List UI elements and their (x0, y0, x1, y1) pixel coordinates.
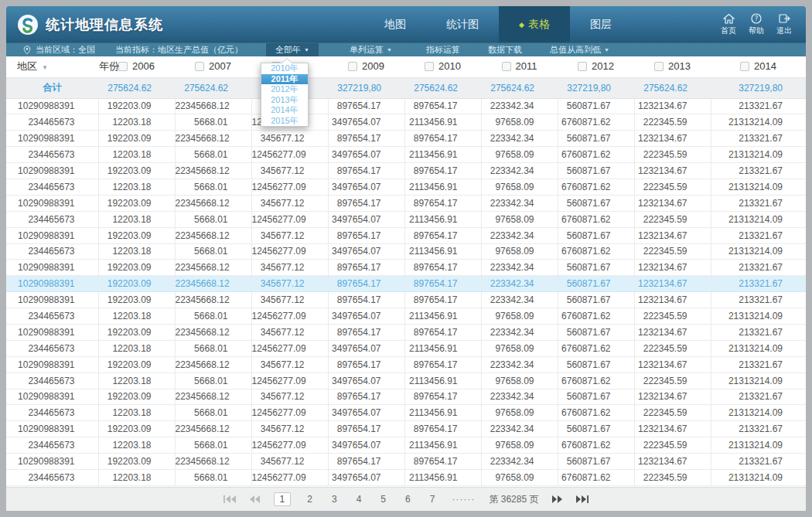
table-row[interactable]: 23446567312203.185668.0112456277.0934976… (6, 469, 806, 485)
year-checkbox-2011[interactable] (502, 62, 511, 71)
value-cell: 1232134.67 (634, 98, 711, 114)
nav-tab-图层[interactable]: 图层 (570, 6, 632, 43)
page-number-3[interactable]: 3 (329, 493, 340, 505)
year-option-2010年[interactable]: 2010年 (261, 63, 308, 74)
table-row[interactable]: 23446567312203.185668.0112456277.0934976… (6, 243, 806, 260)
table-row[interactable]: 23446567312203.185668.0112456277.0934976… (6, 437, 806, 454)
region-column-header[interactable]: 地区 ▾ (6, 56, 98, 77)
next-page-button[interactable] (552, 495, 562, 503)
brand: 统计地理信息系统 (17, 14, 163, 36)
quick-link-首页[interactable]: 首页 (721, 13, 736, 36)
value-cell: 897654.17 (328, 227, 404, 243)
current-indicator-label: 当前指标：地区生产总值（亿元） (115, 44, 243, 56)
year-option-2011年[interactable]: 2011年 (261, 74, 308, 85)
value-cell: 97658.09 (481, 405, 558, 421)
quick-link-退出[interactable]: 退出 (776, 13, 792, 36)
value-cell: 6760871.62 (558, 243, 634, 260)
year-column-header-2011: 2011 (481, 56, 558, 77)
year-option-2014年[interactable]: 2014年 (261, 105, 308, 116)
top-header: 统计地理信息系统 地图统计图◆表格图层 首页?帮助退出 (6, 6, 806, 43)
table-row[interactable]: 10290988391192203.0922345668.12345677.12… (6, 292, 806, 308)
total-value-cell: 275624.62 (98, 77, 175, 98)
table-row[interactable]: 23446567312203.185668.0112456277.0934976… (6, 405, 806, 421)
main-nav: 地图统计图◆表格图层 (364, 6, 632, 43)
table-row[interactable]: 23446567312203.185668.0112456277.0934976… (6, 372, 806, 389)
total-value-cell: 275624.62 (481, 77, 558, 98)
skip-to-first-icon (223, 495, 236, 503)
value-cell: 560871.67 (558, 260, 634, 276)
region-header-label: 地区 (17, 60, 37, 72)
page-number-4[interactable]: 4 (353, 493, 365, 505)
year-filter-button[interactable]: 全部年 ▼ 2010年2011年2012年2013年2014年2015年 (266, 43, 319, 56)
table-row-selected[interactable]: 10290988391192203.0922345668.12345677.12… (6, 276, 806, 292)
region-cell: 234465673 (6, 243, 98, 260)
region-cell: 10290988391 (6, 195, 98, 211)
year-checkbox-2014[interactable] (740, 62, 749, 71)
value-cell: 3497654.07 (328, 308, 404, 325)
value-cell: 12203.18 (98, 114, 175, 131)
page-number-1[interactable]: 1 (274, 492, 292, 506)
year-option-2015年[interactable]: 2015年 (261, 116, 308, 127)
table-row[interactable]: 10290988391192203.0922345668.12345677.12… (6, 324, 806, 340)
quick-link-帮助[interactable]: ?帮助 (749, 13, 764, 36)
year-checkbox-2013[interactable] (654, 62, 664, 71)
value-cell: 97658.09 (481, 179, 558, 195)
table-row[interactable]: 23446567312203.185668.0112456277.0934976… (6, 340, 806, 356)
column-calc-button[interactable]: 单列运算 ▼ (342, 43, 400, 56)
year-checkbox-2006[interactable] (118, 62, 128, 71)
value-cell: 345677.12 (251, 131, 328, 147)
value-cell: 22345668.12 (175, 227, 251, 243)
table-row[interactable]: 10290988391192203.0922345668.12345677.12… (6, 260, 806, 276)
page-number-7[interactable]: 7 (427, 493, 438, 505)
year-checkbox-2007[interactable] (195, 62, 204, 71)
previous-page-button[interactable] (250, 495, 260, 503)
table-row[interactable]: 23446567312203.185668.0112456277.0934976… (6, 308, 806, 325)
table-row[interactable]: 23446567312203.185668.0112456277.0934976… (6, 211, 806, 227)
year-column-header-2009: 2009 (328, 56, 404, 77)
current-indicator[interactable]: 当前指标：地区生产总值（亿元） (115, 43, 243, 56)
region-cell: 234465673 (6, 405, 98, 421)
table-row[interactable]: 23446567312203.185668.0112456277.0934976… (6, 114, 806, 131)
nav-tab-表格[interactable]: ◆表格 (499, 6, 570, 43)
table-row[interactable]: 23446567312203.185668.0112456277.0934976… (6, 179, 806, 195)
nav-tab-统计图[interactable]: 统计图 (426, 6, 499, 43)
value-cell: 12203.18 (98, 469, 175, 485)
value-cell: 223342.34 (481, 389, 558, 405)
table-row[interactable]: 10290988391192203.0922345668.12345677.12… (6, 131, 806, 147)
table-row[interactable]: 10290988391192203.0922345668.12345677.12… (6, 389, 806, 405)
data-download-button[interactable]: 数据下载 (488, 43, 522, 56)
location-pin-icon (23, 46, 31, 55)
value-cell: 22345668.12 (175, 454, 251, 470)
table-row[interactable]: 10290988391192203.0922345668.12345677.12… (6, 98, 806, 114)
table-row[interactable]: 10290988391192203.0922345668.12345677.12… (6, 163, 806, 179)
year-option-2012年[interactable]: 2012年 (261, 84, 308, 95)
page-number-2[interactable]: 2 (304, 493, 316, 505)
value-cell: 897654.17 (328, 356, 404, 372)
table-row[interactable]: 23446567312203.185668.0112456277.0934976… (6, 147, 806, 163)
first-page-button[interactable] (223, 495, 236, 503)
value-cell: 22345668.12 (175, 292, 251, 308)
current-region[interactable]: 当前区域：全国 (23, 43, 95, 56)
page-number-6[interactable]: 6 (402, 493, 414, 505)
value-cell: 1232134.67 (634, 276, 711, 292)
value-cell: 223342.34 (481, 260, 558, 276)
table-row[interactable]: 10290988391192203.0922345668.12345677.12… (6, 454, 806, 470)
table-row[interactable]: 10290988391192203.0922345668.12345677.12… (6, 195, 806, 211)
year-checkbox-2012[interactable] (578, 62, 587, 71)
value-cell: 6760871.62 (558, 405, 634, 421)
value-cell: 3497654.07 (328, 469, 404, 485)
value-cell: 897654.17 (404, 98, 481, 114)
table-row[interactable]: 10290988391192203.0922345668.12345677.12… (6, 421, 806, 437)
year-checkbox-2010[interactable] (425, 62, 434, 71)
page-number-5[interactable]: 5 (377, 493, 389, 505)
indicator-calc-button[interactable]: 指标运算 (426, 43, 460, 56)
nav-tab-地图[interactable]: 地图 (364, 6, 426, 43)
year-header-wrap: 2007 (195, 60, 231, 72)
table-row[interactable]: 10290988391192203.0922345668.12345677.12… (6, 227, 806, 243)
table-row[interactable]: 10290988391192203.0922345668.12345677.12… (6, 356, 806, 372)
year-checkbox-2009[interactable] (348, 62, 357, 71)
last-page-button[interactable] (576, 495, 589, 503)
year-option-2013年[interactable]: 2013年 (261, 95, 308, 106)
year-header-label: 2006 (132, 60, 155, 72)
sort-order-button[interactable]: 总值从高到低 ▼ (550, 43, 609, 56)
